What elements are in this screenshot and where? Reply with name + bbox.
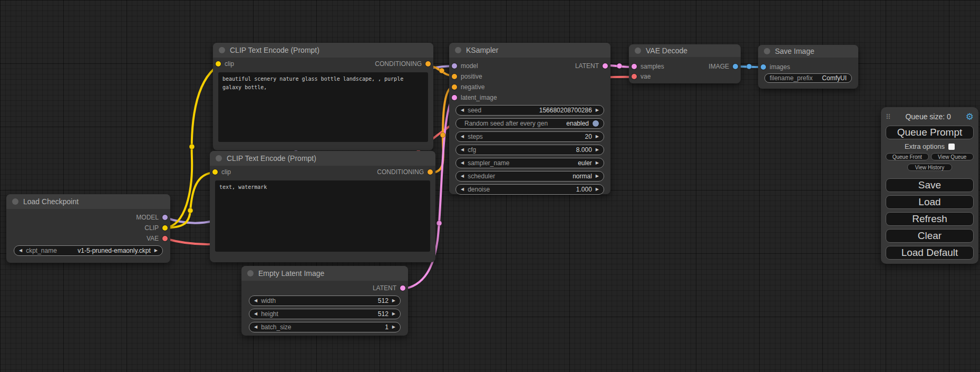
link-midpoint-dot[interactable]	[746, 64, 752, 69]
output-slot-row: CLIP	[6, 223, 170, 233]
positive-input-dot[interactable]	[452, 74, 457, 79]
link-midpoint-dot[interactable]	[436, 221, 442, 226]
view-queue-button[interactable]: View Queue	[931, 153, 974, 160]
slot-row: negative	[449, 82, 610, 92]
model-output-dot[interactable]	[162, 215, 168, 220]
latent-output-dot[interactable]	[400, 285, 405, 291]
widget-label: seed	[468, 107, 481, 114]
height-widget[interactable]: ◀ height 512 ▶	[249, 309, 401, 319]
cfg-widget[interactable]: ◀ cfg 8.000 ▶	[455, 145, 604, 155]
batch-size-widget[interactable]: ◀ batch_size 1 ▶	[249, 322, 401, 332]
save-button[interactable]: Save	[886, 178, 974, 192]
collapse-dot-icon[interactable]	[247, 270, 254, 276]
sampler-name-widget[interactable]: ◀ sampler_name euler ▶	[455, 158, 604, 168]
decrement-arrow-icon[interactable]: ◀	[461, 174, 464, 178]
random-seed-toggle-widget[interactable]: Random seed after every gen enabled	[455, 118, 604, 129]
link-midpoint-dot[interactable]	[439, 68, 444, 73]
decrement-arrow-icon[interactable]: ◀	[19, 249, 22, 253]
drag-handle-icon[interactable]: ⠿	[886, 113, 891, 121]
increment-arrow-icon[interactable]: ▶	[596, 174, 599, 178]
increment-arrow-icon[interactable]: ▶	[596, 148, 599, 152]
decrement-arrow-icon[interactable]: ◀	[461, 108, 464, 112]
output-slot-row: MODEL	[6, 212, 170, 223]
widget-label: denoise	[468, 186, 490, 193]
vae-output-dot[interactable]	[162, 236, 168, 241]
decrement-arrow-icon[interactable]: ◀	[461, 161, 464, 165]
widget-value: 156680208700286	[539, 107, 592, 114]
link-midpoint-dot[interactable]	[440, 132, 445, 138]
node-header[interactable]: VAE Decode	[629, 44, 741, 57]
decrement-arrow-icon[interactable]: ◀	[254, 312, 257, 316]
denoise-widget[interactable]: ◀ denoise 1.000 ▶	[455, 184, 604, 195]
widget-value: normal	[573, 173, 592, 180]
collapse-dot-icon[interactable]	[764, 48, 770, 54]
decrement-arrow-icon[interactable]: ◀	[254, 325, 257, 329]
increment-arrow-icon[interactable]: ▶	[596, 187, 599, 192]
toggle-circle-icon[interactable]	[593, 120, 599, 127]
input-label: samples	[641, 63, 664, 70]
collapse-dot-icon[interactable]	[455, 47, 461, 53]
model-input-dot[interactable]	[452, 63, 457, 69]
output-label: IMAGE	[709, 63, 729, 70]
increment-arrow-icon[interactable]: ▶	[596, 108, 599, 112]
view-history-button[interactable]: View History	[907, 164, 952, 171]
widget-value: enabled	[566, 120, 589, 127]
samples-input-dot[interactable]	[632, 64, 637, 69]
increment-arrow-icon[interactable]: ▶	[392, 299, 395, 303]
link-midpoint-dot[interactable]	[189, 144, 195, 149]
settings-gear-icon[interactable]: ⚙︎	[966, 112, 974, 121]
refresh-button[interactable]: Refresh	[886, 212, 974, 226]
collapse-dot-icon[interactable]	[216, 155, 222, 161]
decrement-arrow-icon[interactable]: ◀	[461, 148, 464, 152]
increment-arrow-icon[interactable]: ▶	[392, 325, 395, 329]
latent-image-input-dot[interactable]	[452, 95, 457, 100]
increment-arrow-icon[interactable]: ▶	[596, 161, 599, 165]
node-header[interactable]: Save Image	[758, 45, 858, 58]
clip-output-dot[interactable]	[162, 225, 168, 231]
decrement-arrow-icon[interactable]: ◀	[461, 135, 464, 139]
queue-front-button[interactable]: Queue Front	[886, 153, 929, 160]
load-button[interactable]: Load	[886, 195, 974, 209]
prompt-text-area[interactable]: beautiful scenery nature glass bottle la…	[218, 72, 428, 142]
steps-widget[interactable]: ◀ steps 20 ▶	[455, 131, 604, 142]
latent-output-dot[interactable]	[603, 63, 608, 69]
scheduler-widget[interactable]: ◀ scheduler normal ▶	[455, 171, 604, 182]
clip-input-dot[interactable]	[212, 169, 218, 175]
clip-input-dot[interactable]	[216, 61, 221, 66]
link-midpoint-dot[interactable]	[617, 63, 622, 69]
collapse-dot-icon[interactable]	[219, 47, 225, 53]
node-header[interactable]: Load Checkpoint	[6, 194, 170, 209]
output-label: LATENT	[575, 62, 599, 70]
input-label: positive	[461, 73, 482, 80]
decrement-arrow-icon[interactable]: ◀	[254, 299, 257, 303]
node-header[interactable]: KSampler	[449, 43, 610, 58]
negative-input-dot[interactable]	[452, 84, 457, 90]
conditioning-output-dot[interactable]	[425, 61, 431, 66]
node-save-image: Save Image images filename_prefix ComfyU…	[758, 45, 858, 89]
clear-button[interactable]: Clear	[886, 229, 974, 243]
seed-widget[interactable]: ◀ seed 156680208700286 ▶	[455, 105, 604, 116]
increment-arrow-icon[interactable]: ▶	[154, 249, 158, 253]
collapse-dot-icon[interactable]	[635, 47, 641, 54]
node-header[interactable]: CLIP Text Encode (Prompt)	[213, 43, 433, 58]
node-header[interactable]: CLIP Text Encode (Prompt)	[210, 151, 435, 166]
queue-prompt-button[interactable]: Queue Prompt	[886, 126, 974, 139]
ckpt-name-widget[interactable]: ◀ ckpt_name v1-5-pruned-emaonly.ckpt ▶	[14, 245, 163, 256]
collapse-dot-icon[interactable]	[12, 198, 18, 205]
width-widget[interactable]: ◀ width 512 ▶	[249, 295, 401, 306]
slot-row: latent_image	[449, 92, 610, 103]
extra-options-checkbox[interactable]	[948, 144, 955, 150]
filename-prefix-widget[interactable]: filename_prefix ComfyUI	[764, 73, 852, 83]
images-input-dot[interactable]	[761, 64, 766, 70]
increment-arrow-icon[interactable]: ▶	[596, 135, 599, 139]
increment-arrow-icon[interactable]: ▶	[392, 312, 395, 316]
node-graph-canvas[interactable]: { "colors": { "model": "#B39DDB", "clip"…	[0, 0, 980, 372]
node-header[interactable]: Empty Latent Image	[241, 266, 408, 281]
vae-input-dot[interactable]	[632, 74, 637, 79]
image-output-dot[interactable]	[733, 64, 738, 69]
conditioning-output-dot[interactable]	[428, 169, 433, 175]
prompt-text-area[interactable]: text, watermark	[215, 180, 430, 252]
load-default-button[interactable]: Load Default	[886, 246, 974, 260]
decrement-arrow-icon[interactable]: ◀	[461, 187, 464, 192]
link-midpoint-dot[interactable]	[188, 208, 193, 213]
